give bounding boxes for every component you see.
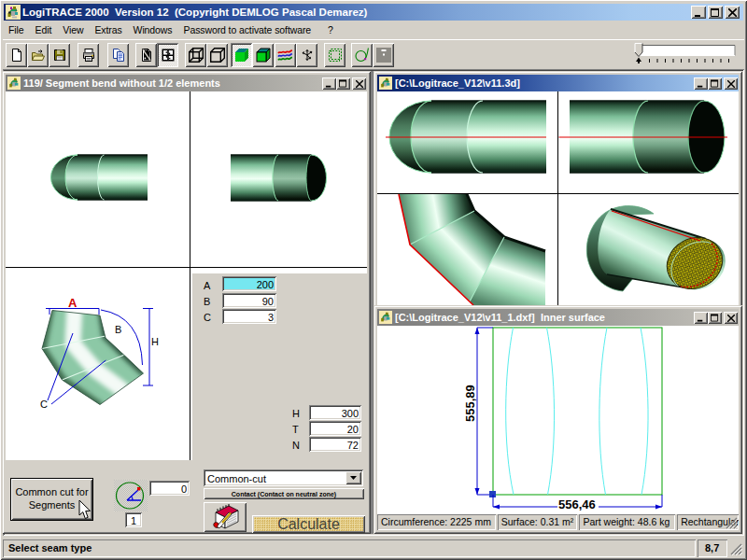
wireframe-cube-button[interactable] [185, 43, 206, 67]
surface-minimize-button[interactable] [694, 312, 708, 324]
rotate-axes-button[interactable] [296, 43, 317, 67]
bend-maximize-button[interactable] [336, 77, 350, 90]
bend-minimize-button[interactable] [322, 77, 336, 90]
menu-view[interactable]: View [57, 21, 89, 38]
app-resize-grip[interactable] [729, 542, 742, 555]
bend-diagram: A B H C [6, 268, 193, 460]
param-n-field[interactable] [309, 437, 361, 452]
open-folder-button[interactable] [27, 43, 49, 67]
calculate-button[interactable]: Calculate [252, 515, 365, 533]
surface-close-button[interactable] [724, 312, 738, 324]
contact-button[interactable]: Contact (Contact on neutral zone) [204, 488, 364, 499]
app-icon[interactable] [6, 5, 21, 20]
surface-window-titlebar[interactable]: [C:\Logitrace_V12\v11_1.dxf] Inner surfa… [377, 309, 739, 326]
zoom-slider-ticks [650, 59, 729, 63]
menu-password[interactable]: Password to activate software [177, 21, 317, 38]
surface-development: 555,89 556,46 [377, 326, 739, 514]
model-window-icon [379, 77, 392, 90]
new-document-icon [9, 48, 24, 63]
mdi-caption-buttons [322, 77, 366, 90]
menu-edit[interactable]: Edit [30, 21, 58, 38]
param-b-label: B [204, 296, 210, 307]
zoom-slider[interactable] [630, 41, 740, 67]
notepad-button[interactable] [204, 502, 247, 532]
color-waves-button[interactable] [275, 43, 296, 67]
menu-bar: File Edit View Extras Windows Password t… [4, 21, 743, 39]
bend-window-titlebar[interactable]: 119/ Segment bend without 1/2 elements [6, 75, 367, 91]
angle-circle-widget[interactable] [114, 480, 148, 511]
new-document-button[interactable] [6, 43, 27, 67]
maximize-button[interactable] [708, 6, 723, 19]
zoom-slider-track[interactable] [638, 46, 735, 56]
model-close-button[interactable] [724, 77, 738, 90]
bw-view-button[interactable] [135, 43, 157, 67]
param-b-field[interactable] [222, 293, 276, 308]
model-maximize-icon [711, 79, 719, 88]
segments-button-line1: Common cut for [11, 485, 92, 498]
app-title: LogiTRACE 2000 Version 12 (Copyright DEM… [22, 7, 367, 18]
rotate-axes-icon [300, 48, 315, 63]
hidden-line-cube-icon [209, 47, 226, 63]
param-t-field[interactable] [309, 421, 361, 436]
bend-minimize-icon [325, 79, 333, 88]
model-window: [C:\Logitrace_V12\v11.3d] [374, 71, 742, 310]
notepad-icon [210, 503, 240, 531]
surface-view: 555,89 556,46 [377, 326, 739, 513]
save-button[interactable] [49, 43, 70, 67]
param-h-field[interactable] [309, 405, 361, 420]
model-maximize-button[interactable] [708, 77, 722, 90]
copy-button[interactable] [107, 43, 129, 67]
info-dark-button[interactable] [373, 43, 394, 67]
surface-window: [C:\Logitrace_V12\v11_1.dxf] Inner surfa… [374, 305, 742, 534]
angle-circle-graphic [114, 480, 148, 511]
toolbar [3, 39, 744, 68]
surface-window-icon [379, 311, 392, 324]
print-icon [81, 48, 96, 63]
model-viewports [377, 91, 739, 310]
menu-extras[interactable]: Extras [89, 21, 127, 38]
model-window-title: [C:\Logitrace_V12\v11.3d] [395, 77, 520, 89]
mdi-client-area: [C:\Logitrace_V12\v11.3d] [3, 69, 744, 536]
diagram-label-h: H [151, 336, 159, 347]
menu-help[interactable]: ? [322, 21, 339, 38]
bend-window-icon [7, 77, 21, 90]
caption-buttons [691, 6, 740, 19]
param-a-label: A [204, 280, 210, 291]
hidden-line-cube-button[interactable] [206, 43, 228, 67]
count-field[interactable] [125, 512, 142, 527]
seam-type-combo[interactable]: Common-cut [204, 469, 363, 486]
selection-square-button[interactable] [324, 43, 345, 67]
solid-cube-button[interactable] [252, 43, 274, 67]
bend-window-body: A B H C [6, 91, 367, 530]
param-a-field[interactable] [222, 276, 276, 291]
close-button[interactable] [725, 6, 740, 19]
solid-cube-icon [255, 47, 272, 63]
model-minimize-button[interactable] [694, 77, 708, 90]
diagram-label-b: B [115, 324, 121, 335]
diagram-label-a: A [68, 296, 78, 310]
model-window-titlebar[interactable]: [C:\Logitrace_V12\v11.3d] [377, 75, 739, 91]
param-c-field[interactable] [222, 309, 276, 324]
model-3d-views [377, 91, 739, 310]
mouse-cursor [78, 500, 91, 520]
status-message: Select seam type [3, 539, 696, 557]
development-circle-button[interactable] [351, 43, 373, 67]
param-c-label: C [204, 312, 211, 323]
seam-type-combo-arrow[interactable] [345, 471, 361, 484]
angle-field[interactable] [149, 481, 190, 496]
development-circle-icon [354, 47, 371, 63]
diagram-label-c: C [40, 399, 48, 410]
calculate-button-label: Calculate [277, 516, 340, 533]
menu-file[interactable]: File [3, 21, 30, 38]
surface-close-icon [727, 315, 735, 322]
print-button[interactable] [78, 43, 99, 67]
minimize-button[interactable] [691, 6, 706, 19]
four-pane-view-button[interactable] [157, 43, 178, 67]
shaded-view-button[interactable] [231, 43, 252, 67]
info-dark-icon [375, 47, 392, 63]
menu-windows[interactable]: Windows [128, 21, 178, 38]
bend-close-button[interactable] [352, 77, 366, 90]
param-t-label: T [292, 424, 299, 435]
surface-maximize-button[interactable] [708, 312, 722, 324]
surface-resize-grip[interactable] [726, 517, 738, 529]
